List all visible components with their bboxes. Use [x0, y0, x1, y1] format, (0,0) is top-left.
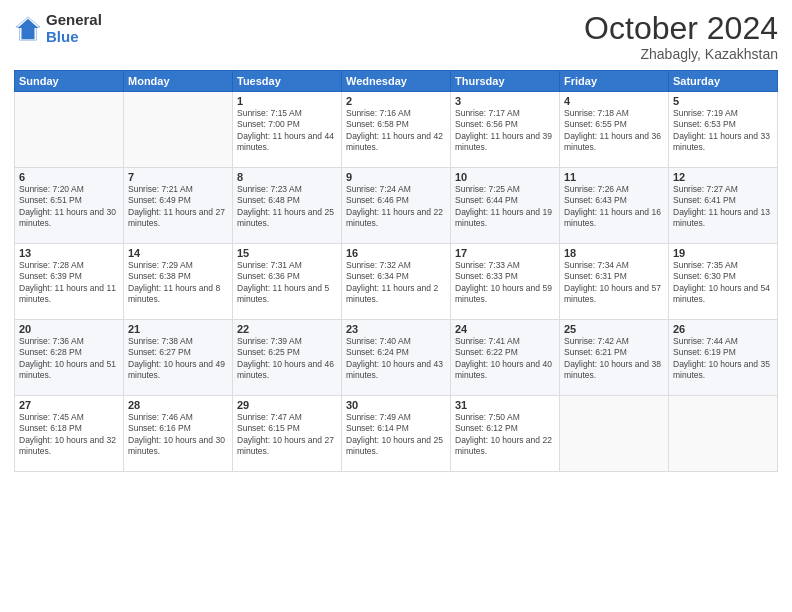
day-info: Sunrise: 7:19 AM Sunset: 6:53 PM Dayligh…: [673, 108, 773, 154]
day-info: Sunrise: 7:29 AM Sunset: 6:38 PM Dayligh…: [128, 260, 228, 306]
calendar-cell: 2Sunrise: 7:16 AM Sunset: 6:58 PM Daylig…: [342, 92, 451, 168]
day-info: Sunrise: 7:36 AM Sunset: 6:28 PM Dayligh…: [19, 336, 119, 382]
calendar-week-row: 13Sunrise: 7:28 AM Sunset: 6:39 PM Dayli…: [15, 244, 778, 320]
title-block: October 2024 Zhabagly, Kazakhstan: [584, 12, 778, 62]
day-info: Sunrise: 7:17 AM Sunset: 6:56 PM Dayligh…: [455, 108, 555, 154]
day-number: 21: [128, 323, 228, 335]
location: Zhabagly, Kazakhstan: [584, 46, 778, 62]
day-info: Sunrise: 7:46 AM Sunset: 6:16 PM Dayligh…: [128, 412, 228, 458]
day-info: Sunrise: 7:39 AM Sunset: 6:25 PM Dayligh…: [237, 336, 337, 382]
day-info: Sunrise: 7:34 AM Sunset: 6:31 PM Dayligh…: [564, 260, 664, 306]
day-info: Sunrise: 7:33 AM Sunset: 6:33 PM Dayligh…: [455, 260, 555, 306]
calendar-cell: [669, 396, 778, 472]
month-title: October 2024: [584, 12, 778, 44]
calendar-weekday-header: Wednesday: [342, 71, 451, 92]
calendar-cell: 3Sunrise: 7:17 AM Sunset: 6:56 PM Daylig…: [451, 92, 560, 168]
page: General Blue October 2024 Zhabagly, Kaza…: [0, 0, 792, 612]
calendar-header-row: SundayMondayTuesdayWednesdayThursdayFrid…: [15, 71, 778, 92]
day-info: Sunrise: 7:18 AM Sunset: 6:55 PM Dayligh…: [564, 108, 664, 154]
day-info: Sunrise: 7:15 AM Sunset: 7:00 PM Dayligh…: [237, 108, 337, 154]
day-number: 19: [673, 247, 773, 259]
calendar-cell: 30Sunrise: 7:49 AM Sunset: 6:14 PM Dayli…: [342, 396, 451, 472]
day-number: 20: [19, 323, 119, 335]
header: General Blue October 2024 Zhabagly, Kaza…: [14, 12, 778, 62]
svg-marker-0: [18, 18, 39, 39]
logo-text: General Blue: [46, 12, 102, 45]
day-number: 10: [455, 171, 555, 183]
calendar-cell: 16Sunrise: 7:32 AM Sunset: 6:34 PM Dayli…: [342, 244, 451, 320]
calendar-cell: 11Sunrise: 7:26 AM Sunset: 6:43 PM Dayli…: [560, 168, 669, 244]
day-number: 25: [564, 323, 664, 335]
day-number: 18: [564, 247, 664, 259]
calendar-cell: [560, 396, 669, 472]
day-number: 24: [455, 323, 555, 335]
calendar-cell: 13Sunrise: 7:28 AM Sunset: 6:39 PM Dayli…: [15, 244, 124, 320]
calendar-week-row: 1Sunrise: 7:15 AM Sunset: 7:00 PM Daylig…: [15, 92, 778, 168]
calendar-cell: 27Sunrise: 7:45 AM Sunset: 6:18 PM Dayli…: [15, 396, 124, 472]
day-number: 15: [237, 247, 337, 259]
calendar-cell: 5Sunrise: 7:19 AM Sunset: 6:53 PM Daylig…: [669, 92, 778, 168]
calendar-week-row: 20Sunrise: 7:36 AM Sunset: 6:28 PM Dayli…: [15, 320, 778, 396]
calendar-cell: 31Sunrise: 7:50 AM Sunset: 6:12 PM Dayli…: [451, 396, 560, 472]
day-number: 3: [455, 95, 555, 107]
day-info: Sunrise: 7:16 AM Sunset: 6:58 PM Dayligh…: [346, 108, 446, 154]
day-number: 23: [346, 323, 446, 335]
calendar-cell: 9Sunrise: 7:24 AM Sunset: 6:46 PM Daylig…: [342, 168, 451, 244]
day-info: Sunrise: 7:45 AM Sunset: 6:18 PM Dayligh…: [19, 412, 119, 458]
day-number: 28: [128, 399, 228, 411]
day-number: 17: [455, 247, 555, 259]
day-number: 29: [237, 399, 337, 411]
calendar: SundayMondayTuesdayWednesdayThursdayFrid…: [14, 70, 778, 472]
day-info: Sunrise: 7:35 AM Sunset: 6:30 PM Dayligh…: [673, 260, 773, 306]
day-info: Sunrise: 7:24 AM Sunset: 6:46 PM Dayligh…: [346, 184, 446, 230]
day-info: Sunrise: 7:47 AM Sunset: 6:15 PM Dayligh…: [237, 412, 337, 458]
logo: General Blue: [14, 12, 102, 45]
day-number: 31: [455, 399, 555, 411]
logo-general: General: [46, 12, 102, 29]
calendar-cell: 6Sunrise: 7:20 AM Sunset: 6:51 PM Daylig…: [15, 168, 124, 244]
day-number: 13: [19, 247, 119, 259]
calendar-cell: 1Sunrise: 7:15 AM Sunset: 7:00 PM Daylig…: [233, 92, 342, 168]
day-info: Sunrise: 7:42 AM Sunset: 6:21 PM Dayligh…: [564, 336, 664, 382]
calendar-cell: 17Sunrise: 7:33 AM Sunset: 6:33 PM Dayli…: [451, 244, 560, 320]
calendar-cell: 12Sunrise: 7:27 AM Sunset: 6:41 PM Dayli…: [669, 168, 778, 244]
calendar-cell: 15Sunrise: 7:31 AM Sunset: 6:36 PM Dayli…: [233, 244, 342, 320]
calendar-cell: 8Sunrise: 7:23 AM Sunset: 6:48 PM Daylig…: [233, 168, 342, 244]
calendar-weekday-header: Friday: [560, 71, 669, 92]
day-number: 2: [346, 95, 446, 107]
day-number: 16: [346, 247, 446, 259]
day-number: 27: [19, 399, 119, 411]
day-info: Sunrise: 7:41 AM Sunset: 6:22 PM Dayligh…: [455, 336, 555, 382]
calendar-cell: 29Sunrise: 7:47 AM Sunset: 6:15 PM Dayli…: [233, 396, 342, 472]
day-info: Sunrise: 7:31 AM Sunset: 6:36 PM Dayligh…: [237, 260, 337, 306]
day-number: 5: [673, 95, 773, 107]
calendar-cell: 14Sunrise: 7:29 AM Sunset: 6:38 PM Dayli…: [124, 244, 233, 320]
day-info: Sunrise: 7:50 AM Sunset: 6:12 PM Dayligh…: [455, 412, 555, 458]
calendar-cell: 21Sunrise: 7:38 AM Sunset: 6:27 PM Dayli…: [124, 320, 233, 396]
calendar-week-row: 27Sunrise: 7:45 AM Sunset: 6:18 PM Dayli…: [15, 396, 778, 472]
day-info: Sunrise: 7:21 AM Sunset: 6:49 PM Dayligh…: [128, 184, 228, 230]
calendar-cell: 28Sunrise: 7:46 AM Sunset: 6:16 PM Dayli…: [124, 396, 233, 472]
calendar-weekday-header: Saturday: [669, 71, 778, 92]
day-number: 8: [237, 171, 337, 183]
calendar-cell: 20Sunrise: 7:36 AM Sunset: 6:28 PM Dayli…: [15, 320, 124, 396]
day-number: 22: [237, 323, 337, 335]
logo-icon: [14, 15, 42, 43]
day-number: 14: [128, 247, 228, 259]
day-info: Sunrise: 7:26 AM Sunset: 6:43 PM Dayligh…: [564, 184, 664, 230]
calendar-weekday-header: Tuesday: [233, 71, 342, 92]
calendar-weekday-header: Monday: [124, 71, 233, 92]
calendar-week-row: 6Sunrise: 7:20 AM Sunset: 6:51 PM Daylig…: [15, 168, 778, 244]
day-info: Sunrise: 7:20 AM Sunset: 6:51 PM Dayligh…: [19, 184, 119, 230]
day-number: 6: [19, 171, 119, 183]
day-info: Sunrise: 7:40 AM Sunset: 6:24 PM Dayligh…: [346, 336, 446, 382]
day-number: 1: [237, 95, 337, 107]
day-info: Sunrise: 7:49 AM Sunset: 6:14 PM Dayligh…: [346, 412, 446, 458]
calendar-cell: 25Sunrise: 7:42 AM Sunset: 6:21 PM Dayli…: [560, 320, 669, 396]
calendar-cell: [124, 92, 233, 168]
day-info: Sunrise: 7:38 AM Sunset: 6:27 PM Dayligh…: [128, 336, 228, 382]
calendar-cell: 4Sunrise: 7:18 AM Sunset: 6:55 PM Daylig…: [560, 92, 669, 168]
calendar-cell: 22Sunrise: 7:39 AM Sunset: 6:25 PM Dayli…: [233, 320, 342, 396]
calendar-weekday-header: Thursday: [451, 71, 560, 92]
day-number: 30: [346, 399, 446, 411]
